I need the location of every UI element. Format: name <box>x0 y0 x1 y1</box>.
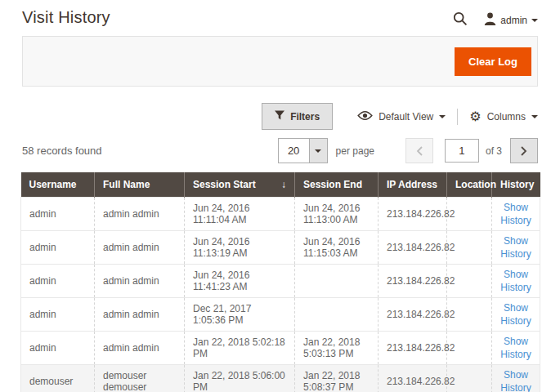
chevron-down-icon <box>531 19 538 22</box>
columns-control-label: Columns <box>487 111 526 122</box>
column-header-history[interactable]: History <box>492 172 540 197</box>
column-header-full-name[interactable]: Full Name <box>95 172 185 197</box>
chevron-left-icon <box>415 145 423 157</box>
cell-session-start: Dec 21, 2017 1:05:36 PM <box>185 297 295 331</box>
page-title: Visit History <box>22 8 110 27</box>
previous-page-button[interactable] <box>405 138 433 163</box>
column-header-username[interactable]: Username <box>21 172 95 197</box>
cell-ip-address: 213.184.226.82 <box>379 264 447 297</box>
sort-descending-icon: ↓ <box>281 179 286 190</box>
search-icon <box>453 11 468 29</box>
cell-full-name: demouser demouser <box>95 364 185 392</box>
clear-log-button[interactable]: Clear Log <box>455 47 531 76</box>
current-page-input[interactable] <box>445 139 479 163</box>
cell-ip-address: 213.184.226.82 <box>379 297 447 331</box>
page-actions-panel: Clear Log <box>22 36 538 87</box>
columns-control[interactable]: ⚙ Columns <box>469 110 538 123</box>
page-header: Visit History admin <box>0 0 560 29</box>
cell-username: admin <box>21 331 95 364</box>
search-button[interactable] <box>453 11 468 29</box>
cell-session-end: Jan 22, 2018 5:03:13 PM <box>295 331 379 364</box>
table-row: demouser demouser demouser Jan 22, 2018 … <box>21 364 540 392</box>
cell-username: demouser <box>21 364 95 392</box>
chevron-down-icon <box>315 149 321 153</box>
cell-username: admin <box>21 230 95 264</box>
cell-ip-address: 213.184.226.82 <box>379 230 447 264</box>
cell-ip-address: 213.184.226.82 <box>379 197 447 230</box>
cell-session-end <box>295 264 379 297</box>
chevron-right-icon <box>520 145 528 157</box>
per-page-select[interactable]: 20 <box>278 138 328 163</box>
cell-session-start: Jun 24, 2016 11:13:19 AM <box>185 230 295 264</box>
table-header-row: Username Full Name Session Start ↓ Sessi… <box>21 172 540 197</box>
show-history-link[interactable]: Show History <box>500 234 531 261</box>
show-history-link[interactable]: Show History <box>500 335 531 361</box>
cell-session-end <box>295 297 379 331</box>
total-pages-label: of 3 <box>486 145 502 157</box>
filter-funnel-icon <box>275 110 284 122</box>
show-history-link[interactable]: Show History <box>500 368 531 392</box>
table-row: admin admin admin Jun 24, 2016 11:13:19 … <box>21 230 540 264</box>
chevron-down-icon <box>439 115 446 118</box>
records-found-label: 58 records found <box>22 145 102 157</box>
eye-icon <box>357 110 373 123</box>
cell-username: admin <box>21 197 95 230</box>
per-page-label: per page <box>336 145 374 157</box>
list-controls: 58 records found 20 per page of 3 <box>22 138 538 163</box>
cell-full-name: admin admin <box>95 331 185 364</box>
cell-session-start: Jun 24, 2016 11:41:23 AM <box>185 264 295 297</box>
next-page-button[interactable] <box>510 138 538 163</box>
cell-session-start: Jan 22, 2018 5:06:00 PM <box>185 364 295 392</box>
user-name: admin <box>500 15 527 26</box>
toolbar-divider <box>457 109 458 125</box>
cell-username: admin <box>21 297 95 331</box>
table-row: admin admin admin Jan 22, 2018 5:02:18 P… <box>21 331 540 364</box>
per-page-dropdown-button[interactable] <box>309 139 327 163</box>
per-page-value: 20 <box>279 139 309 163</box>
column-header-session-start-label: Session Start <box>193 179 256 190</box>
show-history-link[interactable]: Show History <box>500 301 531 327</box>
cell-username: admin <box>21 264 95 297</box>
gear-icon: ⚙ <box>469 110 481 123</box>
cell-full-name: admin admin <box>95 264 185 297</box>
view-switcher-label: Default View <box>379 111 433 122</box>
column-header-session-start[interactable]: Session Start ↓ <box>185 172 295 197</box>
user-menu[interactable]: admin <box>484 12 538 29</box>
cell-session-end: Jun 24, 2016 11:13:00 AM <box>295 197 379 230</box>
cell-ip-address: 213.184.226.82 <box>379 364 447 392</box>
filters-button[interactable]: Filters <box>262 103 333 130</box>
grid-toolbar: Filters Default View ⚙ Columns <box>22 103 538 130</box>
visit-history-grid: Username Full Name Session Start ↓ Sessi… <box>20 172 540 392</box>
table-row: admin admin admin Dec 21, 2017 1:05:36 P… <box>21 297 540 331</box>
table-row: admin admin admin Jun 24, 2016 11:41:23 … <box>21 264 540 297</box>
user-icon <box>484 12 496 29</box>
filters-label: Filters <box>290 111 320 122</box>
chevron-down-icon <box>531 115 538 118</box>
show-history-link[interactable]: Show History <box>500 268 531 294</box>
table-row: admin admin admin Jun 24, 2016 11:11:04 … <box>21 197 540 230</box>
header-actions: admin <box>453 11 538 29</box>
pagination: 20 per page of 3 <box>278 138 538 163</box>
cell-session-start: Jun 24, 2016 11:11:04 AM <box>185 197 295 230</box>
view-switcher[interactable]: Default View <box>357 110 446 123</box>
column-header-session-end[interactable]: Session End <box>295 172 379 197</box>
cell-full-name: admin admin <box>95 297 185 331</box>
cell-session-start: Jan 22, 2018 5:02:18 PM <box>185 331 295 364</box>
cell-full-name: admin admin <box>95 197 185 230</box>
column-header-location[interactable]: Location <box>447 172 492 197</box>
column-header-ip-address[interactable]: IP Address <box>379 172 447 197</box>
cell-session-end: Jun 24, 2016 11:15:03 AM <box>295 230 379 264</box>
show-history-link[interactable]: Show History <box>500 201 531 227</box>
cell-session-end: Jan 22, 2018 5:08:37 PM <box>295 364 379 392</box>
cell-ip-address: 213.184.226.82 <box>379 331 447 364</box>
cell-full-name: admin admin <box>95 230 185 264</box>
